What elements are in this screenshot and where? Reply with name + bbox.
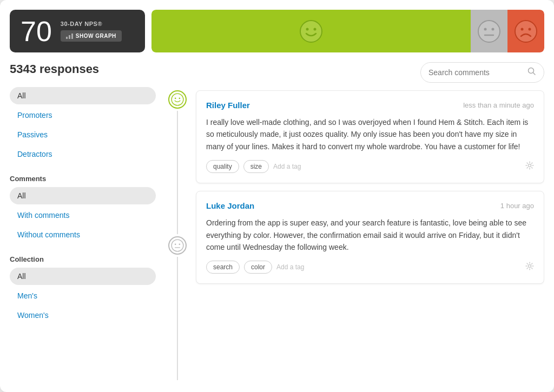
search-input[interactable] <box>428 68 523 77</box>
feed-header <box>167 62 544 83</box>
main-content: 5343 responses All Promoters Passives De… <box>0 62 554 392</box>
svg-point-0 <box>300 21 322 42</box>
filter-promoters[interactable]: Promoters <box>10 107 156 124</box>
nps-score: 70 <box>21 17 52 45</box>
timeline-icon-promoter <box>168 90 187 109</box>
svg-point-12 <box>172 94 183 105</box>
detractor-smiley-icon <box>514 19 538 43</box>
filter-detractors[interactable]: Detractors <box>10 145 156 163</box>
card-time-1: less than a minute ago <box>463 101 534 109</box>
svg-point-8 <box>521 28 524 30</box>
type-filter-group: All Promoters Passives Detractors <box>10 87 156 165</box>
svg-point-17 <box>179 243 180 245</box>
card-header-1: Riley Fuller less than a minute ago <box>206 101 534 110</box>
feed-area: Riley Fuller less than a minute ago I re… <box>167 62 544 382</box>
filter-passives[interactable]: Passives <box>10 126 156 143</box>
card-luke-jordan: Luke Jordan 1 hour ago Ordering from the… <box>196 191 544 284</box>
smiley-bar <box>151 10 544 52</box>
svg-point-9 <box>529 28 531 30</box>
collection-filter-group: Collection All Men's Women's <box>10 255 156 326</box>
comments-label: Comments <box>10 175 156 183</box>
svg-point-15 <box>172 240 183 251</box>
svg-point-19 <box>529 164 531 167</box>
show-graph-label: SHOW GRAPH <box>76 33 116 39</box>
timeline-line-2 <box>177 257 178 380</box>
card-footer-2: search color Add a tag <box>206 261 534 274</box>
card-author-1: Riley Fuller <box>206 101 250 110</box>
add-tag-1[interactable]: Add a tag <box>273 163 301 170</box>
svg-point-14 <box>179 97 180 99</box>
timeline-line-1 <box>177 111 178 234</box>
filter-collection-all[interactable]: All <box>10 268 156 285</box>
nps-meta: 30-DAY NPS® SHOW GRAPH <box>61 21 122 42</box>
promoter-segment <box>151 10 471 52</box>
svg-point-5 <box>492 28 494 30</box>
tag-size[interactable]: size <box>243 160 269 173</box>
comments-filter-group: Comments All With comments Without comme… <box>10 175 156 245</box>
gear-icon-2[interactable] <box>525 262 534 273</box>
card-riley-fuller: Riley Fuller less than a minute ago I re… <box>196 90 544 183</box>
passive-smiley-icon <box>477 19 501 43</box>
header: 70 30-DAY NPS® SHOW GRAPH <box>0 0 554 62</box>
svg-point-16 <box>175 243 176 245</box>
svg-point-20 <box>529 265 531 268</box>
svg-point-2 <box>314 28 316 30</box>
tag-quality[interactable]: quality <box>206 160 239 173</box>
card-header-2: Luke Jordan 1 hour ago <box>206 201 534 210</box>
search-box[interactable] <box>420 62 544 83</box>
card-footer-1: quality size Add a tag <box>206 160 534 173</box>
feed-body: Riley Fuller less than a minute ago I re… <box>167 90 544 382</box>
tag-search[interactable]: search <box>206 261 240 274</box>
responses-count: 5343 responses <box>10 62 156 76</box>
gear-icon-1[interactable] <box>525 161 534 172</box>
filter-all[interactable]: All <box>10 87 156 104</box>
svg-point-7 <box>515 21 537 42</box>
card-body-1: I really love well-made clothing, and so… <box>206 116 534 152</box>
svg-point-3 <box>478 21 500 42</box>
search-icon <box>527 67 536 78</box>
cards-list: Riley Fuller less than a minute ago I re… <box>188 90 544 382</box>
show-graph-button[interactable]: SHOW GRAPH <box>61 30 122 42</box>
svg-point-1 <box>306 28 309 30</box>
app-container: 70 30-DAY NPS® SHOW GRAPH <box>0 0 554 392</box>
filter-comments-all[interactable]: All <box>10 187 156 204</box>
bar-chart-icon <box>66 34 73 39</box>
passive-segment <box>471 10 507 52</box>
card-author-2: Luke Jordan <box>206 201 254 210</box>
card-time-2: 1 hour ago <box>500 202 534 210</box>
svg-point-13 <box>175 97 176 99</box>
svg-point-4 <box>484 28 487 30</box>
timeline-icon-passive <box>168 236 187 255</box>
collection-label: Collection <box>10 255 156 263</box>
filter-mens[interactable]: Men's <box>10 287 156 304</box>
tag-color[interactable]: color <box>244 261 272 274</box>
add-tag-2[interactable]: Add a tag <box>276 263 304 271</box>
filter-womens[interactable]: Women's <box>10 307 156 324</box>
filter-without-comments[interactable]: Without comments <box>10 226 156 243</box>
promoter-smiley-icon <box>299 19 323 43</box>
detractor-segment <box>507 10 544 52</box>
timeline <box>167 90 188 382</box>
svg-line-11 <box>533 73 536 75</box>
filter-with-comments[interactable]: With comments <box>10 207 156 224</box>
nps-box: 70 30-DAY NPS® SHOW GRAPH <box>10 10 145 52</box>
nps-label: 30-DAY NPS® <box>61 21 122 27</box>
sidebar: 5343 responses All Promoters Passives De… <box>10 62 167 382</box>
card-body-2: Ordering from the app is super easy, and… <box>206 217 534 253</box>
